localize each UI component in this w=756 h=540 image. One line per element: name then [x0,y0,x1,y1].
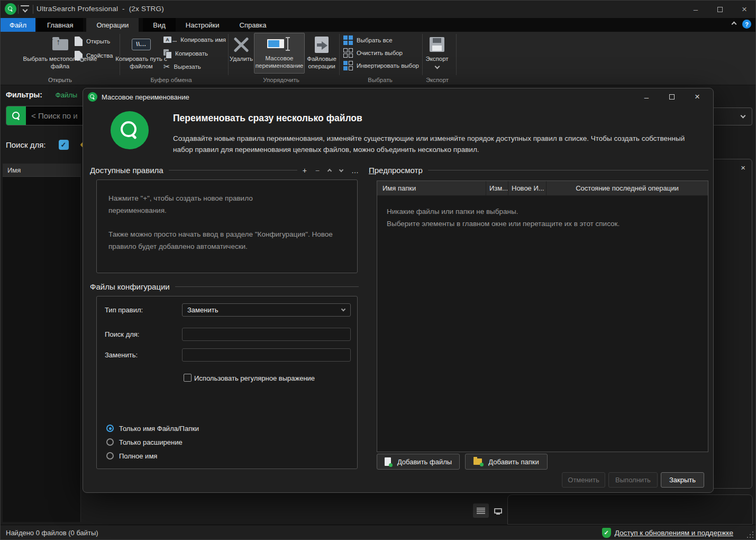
open-button[interactable]: Открыть [75,37,110,46]
app-logo-icon [5,3,16,15]
rules-list-empty[interactable]: Нажмите "+", чтобы создать новое правило… [96,179,358,273]
chevron-down-icon [341,307,345,311]
add-rule-button[interactable]: + [303,166,307,175]
close-panel-icon[interactable]: × [741,163,745,172]
ribbon-separator [339,34,340,75]
tab-help[interactable]: Справка [230,18,277,32]
rule-type-select[interactable]: Заменить [182,303,351,317]
close-button[interactable]: × [732,1,756,18]
ribbon-tab-extras: ? [732,20,751,29]
dialog-heading: Переименовать сразу несколько файлов [173,113,362,124]
tab-operations[interactable]: Операции [86,18,139,32]
radio-filename-only[interactable] [106,425,114,432]
rules-hint-1: Нажмите "+", чтобы создать новое правило… [108,192,304,217]
more-rules-button[interactable]: … [351,166,359,175]
titlebar-divider [33,5,33,14]
config-search-input[interactable] [182,328,351,341]
column-new-name[interactable]: Новое И... [508,181,546,195]
column-folder-name[interactable]: Имя папки [377,181,486,195]
column-last-operation[interactable]: Состояние последней операции [546,181,708,195]
add-folders-button[interactable]: Добавить папки [465,454,548,470]
name-column-header[interactable]: Имя [3,164,81,177]
document-gear-icon [75,51,83,60]
run-button[interactable]: Выполнить [608,472,658,488]
radio-extension-label: Только расширение [119,438,183,446]
preview-section-title: Предпросмотр [369,166,423,175]
copy-name-button[interactable]: A... Копировать имя [163,37,226,43]
copy-name-icon: A [163,37,171,43]
help-icon[interactable]: ? [742,20,751,29]
folder-up-icon: ↑ [52,39,68,50]
tab-home[interactable]: Главная [37,18,83,32]
radio-filename-label: Только имя Файла/Папки [119,425,199,433]
rules-hint-2: Также можно просто начать ввод в разделе… [108,228,345,253]
chevron-down-icon [741,113,746,119]
cut-button[interactable]: ✂Вырезать [163,62,201,71]
titlebar: UltraSearch Professional - (2x STRG) – × [1,1,756,18]
config-section-title: Файлы конфигурации [90,282,170,291]
close-dialog-button[interactable]: Закрыть [661,472,704,488]
rules-section-title: Доступные правила [90,166,163,175]
export-button[interactable]: Экспорт [424,34,450,68]
column-changed[interactable]: Изм... [486,181,508,195]
group-label-clipboard: Буфер обмена [127,77,215,83]
rename-icon [267,37,292,51]
results-list[interactable] [3,177,81,522]
select-all-button[interactable]: Выбрать все [343,35,393,45]
delete-button[interactable]: Удалить [229,34,253,62]
search-for-checkbox[interactable]: ✓ [59,140,69,150]
list-view-button[interactable] [473,503,489,518]
dialog-close-button[interactable]: × [685,88,710,105]
copy-button[interactable]: Копировать [163,49,208,58]
regex-checkbox[interactable] [184,374,192,382]
copy-path-button[interactable]: \\... Копировать путь с файлом [122,34,160,70]
properties-button[interactable]: Свойства [75,51,113,60]
file-operations-icon [315,37,329,53]
cancel-button[interactable]: Отменить [562,472,605,488]
search-icon [12,112,21,120]
move-rule-down-button[interactable] [339,167,343,172]
delete-x-icon [233,36,250,53]
dialog-titlebar: Массовое переименование – × [83,88,713,105]
clear-selection-button[interactable]: Очистить выбор [343,48,403,58]
titlebar-divider [18,5,19,14]
minimize-button[interactable]: – [684,1,708,18]
filters-label: Фильтры: [6,91,42,99]
filters-row: Фильтры: Файлы [6,91,77,99]
document-icon [75,37,83,46]
maximize-button[interactable] [708,1,732,18]
tab-settings[interactable]: Настройки [176,18,230,32]
radio-full-name[interactable] [106,452,114,460]
updates-support-link[interactable]: Доступ к обновлениям и поддержке [615,529,733,537]
group-label-organize: Упорядочить [238,77,325,83]
resize-grip[interactable] [747,532,753,538]
list-view-icon [477,508,485,514]
invert-selection-button[interactable]: Инвертировать выбор [343,61,419,70]
radio-extension-only[interactable] [106,438,114,446]
scissors-icon: ✂ [163,62,170,71]
filters-files-link[interactable]: Файлы [56,91,77,99]
tab-file[interactable]: Файл [1,18,35,32]
file-operations-button[interactable]: Файловые операции [306,34,337,70]
search-button[interactable] [6,106,26,125]
config-replace-input[interactable] [182,348,351,362]
quick-access-dropdown-icon[interactable] [21,5,29,13]
move-rule-up-button[interactable] [327,169,332,173]
remove-rule-button[interactable]: − [315,166,320,175]
preview-view-button[interactable] [490,503,506,518]
rule-type-label: Тип правил: [105,306,143,314]
group-label-export: Экспорт [394,77,481,83]
dialog-description: Создавайте новые правила переименования,… [173,133,690,155]
dialog-minimize-button[interactable]: – [634,88,659,105]
tab-view[interactable]: Вид [143,18,176,32]
ribbon-separator [422,34,423,75]
collapse-ribbon-icon[interactable] [732,22,737,27]
status-bar: Найдено 0 файлов (0 байты) ✓ Доступ к об… [1,525,756,540]
dialog-maximize-button[interactable] [659,88,685,105]
monitor-icon [494,508,502,514]
mass-rename-button[interactable]: Массовое переименование [254,33,305,74]
preview-section-header: Предпросмотр [369,166,708,175]
ribbon: ↑ Выбрать местоположение файла Открыть С… [1,32,756,85]
rename-hero-icon [111,111,149,149]
add-files-button[interactable]: Добавить файлы [377,454,460,470]
